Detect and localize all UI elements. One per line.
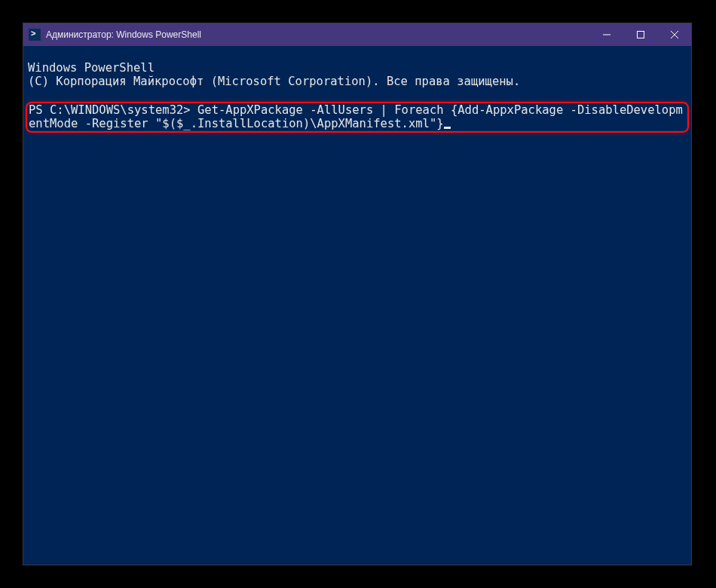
- titlebar[interactable]: Администратор: Windows PowerShell: [23, 23, 691, 46]
- ps-header-line: Windows PowerShell: [28, 61, 687, 75]
- maximize-button[interactable]: [623, 23, 657, 46]
- window-title: Администратор: Windows PowerShell: [46, 29, 589, 40]
- text-cursor: [444, 127, 451, 129]
- minimize-icon: [603, 31, 610, 38]
- maximize-icon: [637, 31, 644, 38]
- powershell-window: Администратор: Windows PowerShell Window…: [23, 23, 692, 565]
- system-menu[interactable]: [23, 29, 46, 41]
- desktop: Администратор: Windows PowerShell Window…: [0, 0, 716, 588]
- close-button[interactable]: [657, 23, 691, 46]
- ps-copyright-line: (C) Корпорация Майкрософт (Microsoft Cor…: [28, 75, 687, 88]
- console-area[interactable]: Windows PowerShell(C) Корпорация Майкрос…: [23, 46, 691, 565]
- blank-line: [28, 88, 687, 102]
- prompt-text: PS C:\WINDOWS\system32>: [29, 103, 197, 117]
- svg-rect-1: [637, 32, 644, 38]
- command-highlight: PS C:\WINDOWS\system32> Get-AppXPackage …: [26, 102, 689, 133]
- close-icon: [671, 31, 678, 38]
- powershell-icon: [29, 29, 41, 41]
- minimize-button[interactable]: [589, 23, 623, 46]
